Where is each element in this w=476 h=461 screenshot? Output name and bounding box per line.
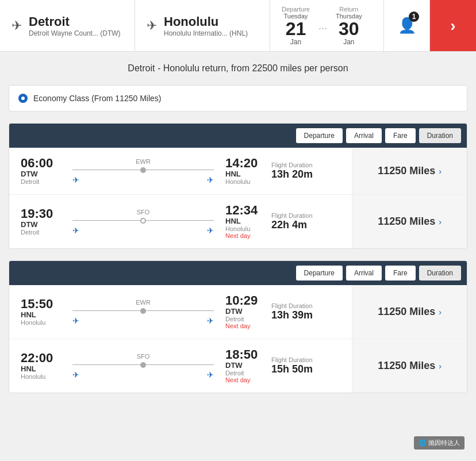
search-arrow-icon: › bbox=[450, 17, 455, 35]
return-2-miles[interactable]: 11250 Miles › bbox=[352, 339, 467, 393]
return-flight-2-info: 22:00 HNL Honolulu SFO ✈ ✈ bbox=[9, 339, 352, 393]
outbound-2-duration-label: Flight Duration bbox=[271, 212, 340, 219]
return-1-duration: Flight Duration 13h 39m bbox=[271, 302, 340, 321]
return-2-arrive-code: DTW bbox=[225, 361, 266, 370]
outbound-1-path: EWR ✈ ✈ bbox=[67, 158, 220, 185]
class-selector[interactable]: Economy Class (From 11250 Miles) bbox=[9, 85, 467, 112]
outbound-flight-section: Departure Arrival Fare Duration 06:00 DT… bbox=[9, 123, 467, 249]
return-flight-row-2: 22:00 HNL Honolulu SFO ✈ ✈ bbox=[9, 339, 467, 393]
search-button[interactable]: › bbox=[430, 0, 476, 51]
origin-airport[interactable]: ✈ Detroit Detroit Wayne Count... (DTW) bbox=[0, 0, 135, 51]
return-2-duration: Flight Duration 15h 50m bbox=[271, 356, 340, 375]
origin-city: Detroit bbox=[29, 14, 121, 29]
outbound-2-stop-icons: ✈ ✈ bbox=[72, 226, 214, 235]
destination-airport[interactable]: ✈ Honolulu Honolulu Internatio... (HNL) bbox=[135, 0, 270, 51]
return-2-duration-label: Flight Duration bbox=[271, 356, 340, 363]
outbound-2-plane-icon-left: ✈ bbox=[72, 226, 79, 235]
return-1-miles[interactable]: 11250 Miles › bbox=[352, 285, 467, 339]
class-label: Economy Class (From 11250 Miles) bbox=[33, 94, 162, 103]
return-date[interactable]: Return Thursday 30 Jan bbox=[336, 6, 362, 46]
return-2-seg1 bbox=[72, 364, 140, 365]
outbound-1-arrive-city: Honolulu bbox=[225, 178, 266, 185]
outbound-1-seg1 bbox=[72, 170, 140, 170]
return-1-depart: 15:50 HNL Honolulu bbox=[21, 298, 61, 326]
outbound-sort-header: Departure Arrival Fare Duration bbox=[9, 124, 467, 148]
outbound-1-duration-label: Flight Duration bbox=[271, 162, 340, 168]
outbound-1-duration: Flight Duration 13h 20m bbox=[271, 162, 340, 180]
outbound-2-plane-icon-right: ✈ bbox=[207, 226, 214, 235]
return-2-path: SFO ✈ ✈ bbox=[67, 353, 220, 379]
outbound-flight-row-2: 19:30 DTW Detroit SFO ✈ ✈ bbox=[9, 195, 467, 248]
outbound-1-seg2 bbox=[146, 170, 214, 170]
passenger-selector[interactable]: 👤 1 bbox=[384, 0, 430, 51]
return-1-arrive-city: Detroit bbox=[225, 316, 266, 322]
return-flight-row-1: 15:50 HNL Honolulu EWR ✈ ✈ bbox=[9, 285, 467, 339]
return-sort-departure[interactable]: Departure bbox=[296, 266, 343, 281]
outbound-2-dot bbox=[140, 218, 146, 224]
date-selector[interactable]: Departure Tuesday 21 Jan ··· Return Thur… bbox=[270, 0, 384, 51]
return-1-stop: EWR bbox=[136, 299, 151, 306]
passenger-count: 1 bbox=[409, 11, 419, 22]
outbound-2-arrive-code: HNL bbox=[225, 217, 266, 225]
return-date-num: 30 bbox=[336, 20, 362, 38]
outbound-2-arrive-city: Honolulu bbox=[225, 225, 266, 232]
return-2-depart-time: 22:00 bbox=[21, 352, 61, 364]
plane-icon: ✈ bbox=[11, 18, 22, 33]
return-sort-duration[interactable]: Duration bbox=[419, 266, 461, 281]
return-1-seg1 bbox=[72, 310, 140, 311]
outbound-1-line bbox=[72, 167, 214, 173]
watermark: 🌐 抛因特达人 bbox=[414, 436, 465, 450]
return-2-plane-icon-right: ✈ bbox=[207, 370, 214, 379]
outbound-2-path: SFO ✈ ✈ bbox=[67, 209, 220, 235]
return-2-arrive: 18:50 DTW Detroit Next day bbox=[225, 348, 266, 383]
radio-economy[interactable] bbox=[18, 94, 28, 103]
return-1-plane-icon-right: ✈ bbox=[207, 316, 214, 325]
outbound-1-depart: 06:00 DTW Detroit bbox=[21, 157, 61, 185]
return-sort-header: Departure Arrival Fare Duration bbox=[9, 261, 467, 285]
outbound-2-stop: SFO bbox=[137, 209, 150, 216]
outbound-flight-row-1: 06:00 DTW Detroit EWR ✈ ✈ bbox=[9, 148, 467, 195]
outbound-1-depart-city: Detroit bbox=[21, 178, 61, 185]
plane-dest-icon: ✈ bbox=[147, 18, 157, 33]
outbound-1-stop-icons: ✈ ✈ bbox=[72, 175, 214, 185]
return-label: Return bbox=[336, 6, 362, 13]
page-title: Detroit - Honolulu return, from 22500 mi… bbox=[9, 63, 467, 74]
outbound-sort-fare[interactable]: Fare bbox=[385, 128, 416, 143]
outbound-2-line bbox=[72, 218, 214, 224]
return-1-seg2 bbox=[146, 310, 214, 311]
outbound-2-arrive: 12:34 HNL Honolulu Next day bbox=[225, 204, 266, 239]
outbound-1-miles[interactable]: 11250 Miles › bbox=[352, 148, 467, 194]
return-2-dot bbox=[140, 362, 146, 368]
return-1-arrive: 10:29 DTW Detroit Next day bbox=[225, 294, 266, 329]
return-2-miles-arrow: › bbox=[439, 362, 442, 371]
outbound-2-depart-city: Detroit bbox=[21, 229, 61, 236]
outbound-sort-departure[interactable]: Departure bbox=[296, 128, 343, 143]
outbound-1-depart-code: DTW bbox=[21, 170, 61, 178]
return-1-arrive-code: DTW bbox=[225, 307, 266, 316]
return-2-miles-value: 11250 Miles bbox=[378, 360, 435, 372]
outbound-1-miles-value: 11250 Miles bbox=[378, 165, 435, 177]
outbound-sort-arrival[interactable]: Arrival bbox=[346, 128, 382, 143]
outbound-2-arrive-time: 12:34 bbox=[225, 204, 266, 217]
outbound-1-miles-arrow: › bbox=[439, 167, 442, 176]
departure-label: Departure bbox=[282, 6, 310, 13]
return-2-depart-city: Honolulu bbox=[21, 373, 61, 380]
main-content: Detroit - Honolulu return, from 22500 mi… bbox=[0, 52, 476, 416]
return-sort-arrival[interactable]: Arrival bbox=[346, 266, 382, 281]
departure-date[interactable]: Departure Tuesday 21 Jan bbox=[282, 6, 310, 46]
outbound-sort-duration[interactable]: Duration bbox=[419, 128, 461, 143]
outbound-2-duration: Flight Duration 22h 4m bbox=[271, 212, 340, 231]
outbound-2-miles[interactable]: 11250 Miles › bbox=[352, 195, 467, 248]
destination-full: Honolulu Internatio... (HNL) bbox=[164, 29, 248, 37]
return-1-miles-arrow: › bbox=[439, 308, 442, 317]
outbound-1-arrive: 14:20 HNL Honolulu bbox=[225, 157, 266, 185]
return-1-duration-label: Flight Duration bbox=[271, 302, 340, 309]
return-month: Jan bbox=[336, 38, 362, 46]
return-2-duration-value: 15h 50m bbox=[271, 363, 340, 375]
outbound-1-dot bbox=[140, 167, 146, 173]
departure-month: Jan bbox=[282, 38, 310, 46]
return-1-nextday: Next day bbox=[225, 322, 266, 329]
return-2-stop: SFO bbox=[137, 353, 150, 360]
return-sort-fare[interactable]: Fare bbox=[385, 266, 416, 281]
outbound-2-miles-value: 11250 Miles bbox=[378, 216, 435, 228]
